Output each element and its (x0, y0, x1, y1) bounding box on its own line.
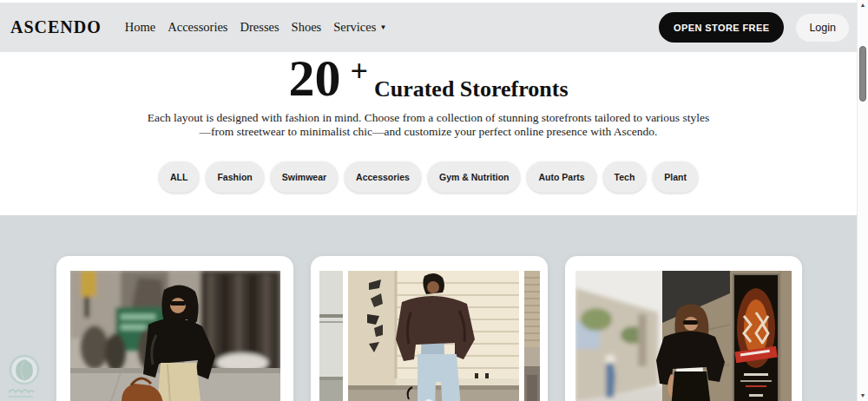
carousel-next-slide[interactable] (524, 271, 540, 401)
nav-services-label: Services (333, 20, 376, 34)
hero-heading: 20 + Curated Storefronts (0, 52, 857, 100)
category-filter-bar: ALL Fashion Swimwear Accessories Gym & N… (0, 161, 857, 193)
carousel-prev-slide[interactable] (319, 271, 343, 401)
plus-sign: + (350, 57, 368, 85)
chevron-down-icon: ▼ (379, 23, 386, 31)
filter-swimwear[interactable]: Swimwear (271, 161, 338, 193)
filter-auto-parts[interactable]: Auto Parts (527, 161, 595, 193)
main-nav: Home Accessories Dresses Shoes Services▼ (125, 20, 387, 35)
navbar: ASCENDO Home Accessories Dresses Shoes S… (0, 3, 868, 52)
storefront-photo-3 (575, 271, 792, 401)
storefront-card-1[interactable] (56, 256, 293, 401)
navbar-actions: OPEN STORE FREE Login (659, 12, 849, 43)
nav-item-home[interactable]: Home (125, 20, 155, 35)
nav-item-dresses[interactable]: Dresses (240, 20, 279, 35)
filter-tech[interactable]: Tech (603, 161, 647, 193)
hero-description-line-1: Each layout is designed with fashion in … (148, 111, 710, 124)
scrollbar-thumb[interactable] (859, 46, 866, 102)
rock-poster (733, 274, 779, 401)
vertical-scrollbar[interactable]: ▲ ▼ (857, 0, 868, 401)
filter-plant[interactable]: Plant (653, 161, 698, 193)
nav-item-accessories[interactable]: Accessories (168, 20, 227, 35)
hero-description: Each layout is designed with fashion in … (0, 111, 857, 139)
brand-logo[interactable]: ASCENDO (10, 17, 102, 37)
scrollbar-up-arrow-icon[interactable]: ▲ (858, 2, 868, 8)
filter-all[interactable]: ALL (159, 161, 199, 193)
hero-description-line-2: —from streetwear to minimalist chic—and … (200, 125, 658, 138)
storefront-gallery (0, 215, 857, 401)
filter-gym-nutrition[interactable]: Gym & Nutrition (428, 161, 521, 193)
hero-title: Curated Storefronts (374, 79, 569, 101)
open-store-free-button[interactable]: OPEN STORE FREE (659, 12, 784, 43)
storefront-cards-row (0, 215, 857, 401)
storefront-card-2[interactable] (311, 256, 548, 401)
storefront-photo-1 (70, 271, 280, 401)
nav-item-shoes[interactable]: Shoes (292, 20, 322, 35)
nav-item-services[interactable]: Services▼ (333, 20, 386, 35)
storefront-photo-2 (348, 271, 519, 401)
login-button[interactable]: Login (796, 14, 849, 42)
page: ASCENDO Home Accessories Dresses Shoes S… (0, 0, 868, 215)
filter-fashion[interactable]: Fashion (206, 161, 263, 193)
scrollbar-down-arrow-icon[interactable]: ▼ (858, 392, 868, 398)
filter-accessories[interactable]: Accessories (345, 161, 421, 193)
storefront-card-3[interactable] (565, 256, 802, 401)
hero-section: 20 + Curated Storefronts Each layout is … (0, 52, 857, 215)
photo-carousel (319, 271, 540, 401)
storefront-count: 20 (288, 57, 340, 100)
